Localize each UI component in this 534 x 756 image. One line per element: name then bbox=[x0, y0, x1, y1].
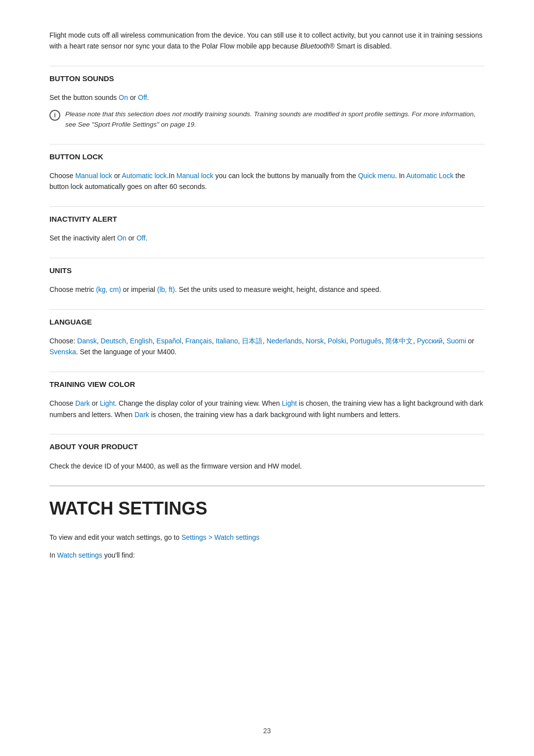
section-watch-settings: WATCH SETTINGS To view and edit your wat… bbox=[49, 485, 485, 561]
body-training-view-color: Choose Dark or Light. Change the display… bbox=[49, 398, 485, 420]
section-training-view-color: TRAINING VIEW COLOR Choose Dark or Light… bbox=[49, 372, 485, 420]
body-button-lock: Choose Manual lock or Automatic lock.In … bbox=[49, 170, 485, 192]
link-metric[interactable]: (kg, cm) bbox=[96, 285, 121, 293]
link-off-inactivity[interactable]: Off bbox=[136, 234, 145, 242]
link-italiano[interactable]: Italiano bbox=[216, 337, 238, 345]
link-nederlands[interactable]: Nederlands bbox=[267, 337, 302, 345]
heading-language: LANGUAGE bbox=[49, 317, 485, 330]
link-automatic-lock-2[interactable]: Automatic Lock bbox=[406, 172, 453, 180]
section-inactivity-alert: INACTIVITY ALERT Set the inactivity aler… bbox=[49, 206, 485, 244]
note-box-button-sounds: i Please note that this selection does n… bbox=[49, 109, 485, 130]
body-inactivity-alert: Set the inactivity alert On or Off. bbox=[49, 233, 485, 243]
link-simplified-chinese[interactable]: 简体中文 bbox=[385, 337, 413, 345]
link-imperial[interactable]: (lb, ft) bbox=[157, 285, 175, 293]
link-dark-2[interactable]: Dark bbox=[134, 411, 149, 419]
link-on-inactivity[interactable]: On bbox=[117, 234, 127, 242]
link-manual-lock-1[interactable]: Manual lock bbox=[75, 172, 112, 180]
section-language: LANGUAGE Choose: Dansk, Deutsch, English… bbox=[49, 309, 485, 358]
link-english[interactable]: English bbox=[130, 337, 153, 345]
link-off-button-sounds[interactable]: Off bbox=[138, 94, 147, 101]
link-polski[interactable]: Polski bbox=[328, 337, 346, 345]
link-suomi[interactable]: Suomi bbox=[446, 337, 466, 345]
link-russian[interactable]: Русский bbox=[417, 337, 443, 345]
link-espanol[interactable]: Español bbox=[156, 337, 181, 345]
page: Flight mode cuts off all wireless commun… bbox=[0, 0, 534, 756]
heading-units: UNITS bbox=[49, 265, 485, 279]
link-light[interactable]: Light bbox=[100, 399, 115, 407]
intro-paragraph: Flight mode cuts off all wireless commun… bbox=[49, 30, 485, 52]
heading-about-product: ABOUT YOUR PRODUCT bbox=[49, 441, 485, 455]
body-about-product: Check the device ID of your M400, as wel… bbox=[49, 461, 485, 472]
link-quick-menu[interactable]: Quick menu bbox=[358, 172, 395, 180]
body-language: Choose: Dansk, Deutsch, English, Español… bbox=[49, 335, 485, 358]
body-button-sounds: Set the button sounds On or Off. bbox=[49, 92, 485, 103]
link-watch-settings[interactable]: Watch settings bbox=[57, 551, 102, 559]
info-icon: i bbox=[49, 110, 60, 121]
link-manual-lock-2[interactable]: Manual lock bbox=[177, 172, 214, 180]
link-francais[interactable]: Français bbox=[185, 337, 212, 345]
link-portugues[interactable]: Por­tuguês bbox=[350, 337, 382, 345]
page-number: 23 bbox=[263, 726, 271, 736]
section-button-lock: BUTTON LOCK Choose Manual lock or Automa… bbox=[49, 144, 485, 192]
body-watch-settings-para1: To view and edit your watch settings, go… bbox=[49, 532, 485, 543]
link-svenska[interactable]: Svenska bbox=[49, 348, 76, 356]
heading-button-lock: BUTTON LOCK bbox=[49, 151, 485, 165]
link-dark[interactable]: Dark bbox=[75, 399, 90, 407]
watch-settings-heading: WATCH SETTINGS bbox=[49, 485, 485, 522]
link-settings-watch-settings[interactable]: Settings > Watch settings bbox=[181, 533, 260, 541]
link-norsk[interactable]: Norsk bbox=[306, 337, 324, 345]
section-units: UNITS Choose metric (kg, cm) or imperial… bbox=[49, 258, 485, 295]
link-on-button-sounds[interactable]: On bbox=[119, 94, 128, 101]
heading-inactivity-alert: INACTIVITY ALERT bbox=[49, 214, 485, 227]
section-button-sounds: BUTTON SOUNDS Set the button sounds On o… bbox=[49, 66, 485, 130]
section-about-product: ABOUT YOUR PRODUCT Check the device ID o… bbox=[49, 434, 485, 472]
link-light-2[interactable]: Light bbox=[282, 399, 297, 407]
link-japanese[interactable]: 日本語 bbox=[242, 337, 263, 345]
body-watch-settings-para2: In Watch settings you'll find: bbox=[49, 550, 485, 561]
heading-button-sounds: BUTTON SOUNDS bbox=[49, 73, 485, 87]
link-dansk[interactable]: Dansk bbox=[77, 337, 97, 345]
link-automatic-lock[interactable]: Automatic lock bbox=[122, 172, 167, 180]
heading-training-view-color: TRAINING VIEW COLOR bbox=[49, 379, 485, 392]
body-units: Choose metric (kg, cm) or imperial (lb, … bbox=[49, 284, 485, 295]
link-deutsch[interactable]: Deutsch bbox=[101, 337, 126, 345]
note-text-button-sounds: Please note that this selection does not… bbox=[65, 109, 485, 130]
